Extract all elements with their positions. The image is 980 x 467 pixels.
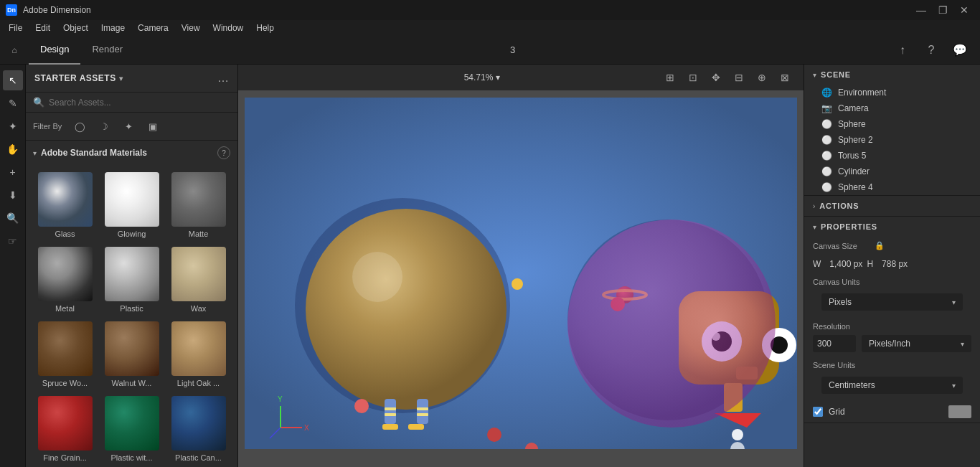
material-glass[interactable]: Glass xyxy=(32,168,98,242)
grid-checkbox[interactable] xyxy=(813,407,823,417)
material-plasticcan[interactable]: Plastic Can... xyxy=(165,392,232,466)
zoom-control[interactable]: 54.71% ▾ xyxy=(464,72,501,82)
canvas-tools: ⊞ ⊡ ✥ ⊟ ⊕ ⊠ xyxy=(660,67,795,88)
scene-svg: ᵔᴥᵔ xyxy=(245,98,797,449)
sphere2-label: Sphere 2 xyxy=(838,135,873,145)
menu-camera[interactable]: Camera xyxy=(132,22,174,34)
pan-tool-button[interactable]: ✋ xyxy=(3,139,23,159)
properties-section-header[interactable]: ▾ PROPERTIES xyxy=(804,217,980,237)
tab-design[interactable]: Design xyxy=(29,36,80,65)
scene-item-environment[interactable]: 🌐 Environment xyxy=(804,85,980,100)
filter-images-button[interactable]: ▣ xyxy=(143,117,162,136)
svg-point-11 xyxy=(487,428,501,442)
canvas-units-dropdown-icon: ▾ xyxy=(952,298,956,306)
magic-tool-button[interactable]: ✦ xyxy=(3,116,23,136)
search-button[interactable]: 🔍 xyxy=(3,208,23,228)
svg-rect-16 xyxy=(382,424,398,430)
help-button[interactable]: ? xyxy=(920,39,943,62)
material-glowing[interactable]: Glowing xyxy=(98,168,165,242)
sphere4-icon: ⚪ xyxy=(821,182,832,192)
canvas-viewport[interactable]: ᵔᴥᵔ xyxy=(245,98,797,449)
scene-section-header[interactable]: ▾ SCENE xyxy=(804,65,980,85)
material-finegrain[interactable]: Fine Grain... xyxy=(32,392,98,466)
material-lightoak-label: Light Oak ... xyxy=(177,379,220,387)
transform-button[interactable]: ⊡ xyxy=(683,67,703,88)
scene-units-dropdown[interactable]: Centimeters ▾ xyxy=(821,377,963,394)
add-tool-button[interactable]: + xyxy=(3,162,23,182)
rotate-button[interactable]: ⊟ xyxy=(729,67,749,88)
scene-item-camera[interactable]: 📷 Camera xyxy=(804,100,980,116)
properties-section: ▾ PROPERTIES Canvas Size 🔒 W 1,400 px H … xyxy=(804,217,980,423)
svg-rect-14 xyxy=(417,399,428,424)
canvas-units-dropdown[interactable]: Pixels ▾ xyxy=(821,293,963,311)
scene-units-dropdown-wrap: Centimeters ▾ xyxy=(804,377,980,401)
scene-item-sphere2[interactable]: ⚪ Sphere 2 xyxy=(804,132,980,148)
comment-button[interactable]: 💬 xyxy=(948,39,971,62)
material-lightoak[interactable]: Light Oak ... xyxy=(165,317,232,392)
grid-label: Grid xyxy=(829,407,943,417)
material-plastic[interactable]: Plastic xyxy=(98,242,165,317)
menu-image[interactable]: Image xyxy=(95,22,131,34)
hand-tool-button[interactable]: ☞ xyxy=(3,231,23,251)
grid-view-button[interactable]: ⊞ xyxy=(660,67,680,88)
menu-help[interactable]: Help xyxy=(250,22,280,34)
torus5-icon: ⚪ xyxy=(821,151,832,161)
home-button[interactable]: ⌂ xyxy=(0,36,29,65)
resolution-input-row: Pixels/Inch ▾ xyxy=(804,335,980,357)
scene-item-sphere[interactable]: ⚪ Sphere xyxy=(804,116,980,132)
grid-color-swatch[interactable] xyxy=(948,405,971,418)
material-metal-label: Metal xyxy=(55,304,75,313)
close-button[interactable]: ✕ xyxy=(954,3,974,17)
material-plasticcan-thumb xyxy=(171,396,226,451)
material-plasticwit-thumb xyxy=(105,396,159,451)
maximize-button[interactable]: ❐ xyxy=(933,3,953,17)
actions-section: › ACTIONS xyxy=(804,196,980,217)
menu-object[interactable]: Object xyxy=(57,22,94,34)
material-sprucewood[interactable]: Spruce Wo... xyxy=(32,317,98,392)
select-tool-button[interactable]: ↖ xyxy=(3,70,23,90)
search-icon: 🔍 xyxy=(33,97,44,108)
material-wax[interactable]: Wax xyxy=(165,242,232,317)
material-lightoak-thumb xyxy=(171,321,226,376)
filter-lights-button[interactable]: ☽ xyxy=(95,117,113,136)
panel-dropdown-icon[interactable]: ▾ xyxy=(119,75,123,82)
height-value[interactable]: 788 px xyxy=(882,259,908,269)
select-region-button[interactable]: ⊠ xyxy=(775,67,795,88)
paint-tool-button[interactable]: ✎ xyxy=(3,93,23,113)
scale-button[interactable]: ⊕ xyxy=(752,67,772,88)
category-header[interactable]: ▾ Adobe Standard Materials ? xyxy=(26,141,237,165)
resolution-input[interactable] xyxy=(813,335,856,352)
scene-item-torus5[interactable]: ⚪ Torus 5 xyxy=(804,148,980,164)
filter-materials-button[interactable]: ◯ xyxy=(70,117,89,136)
filter-env-button[interactable]: ✦ xyxy=(119,117,138,136)
resolution-unit-dropdown[interactable]: Pixels/Inch ▾ xyxy=(862,335,971,352)
material-glowing-thumb xyxy=(105,172,159,227)
menu-edit[interactable]: Edit xyxy=(29,22,56,34)
tab-render[interactable]: Render xyxy=(80,36,134,65)
actions-section-header[interactable]: › ACTIONS xyxy=(804,196,980,216)
menu-file[interactable]: File xyxy=(3,22,28,34)
canvas-units-label: Canvas Units xyxy=(813,278,870,286)
material-walnutwood[interactable]: Walnut W... xyxy=(98,317,165,392)
import-button[interactable]: ⬇ xyxy=(3,185,23,205)
height-label: H xyxy=(867,259,873,269)
move-button[interactable]: ✥ xyxy=(706,67,726,88)
canvas-units-dropdown-wrap: Pixels ▾ xyxy=(804,293,980,318)
menu-view[interactable]: View xyxy=(176,22,206,34)
material-metal[interactable]: Metal xyxy=(32,242,98,317)
scene-item-sphere4[interactable]: ⚪ Sphere 4 xyxy=(804,179,980,195)
minimize-button[interactable]: — xyxy=(911,3,931,17)
menu-window[interactable]: Window xyxy=(207,22,250,34)
search-input[interactable] xyxy=(49,98,230,108)
category-help-button[interactable]: ? xyxy=(217,146,230,159)
icon-bar: ↖ ✎ ✦ ✋ + ⬇ 🔍 ☞ xyxy=(0,65,26,467)
canvas-units-value: Pixels xyxy=(829,297,852,307)
material-plasticwit[interactable]: Plastic wit... xyxy=(98,392,165,466)
share-button[interactable]: ↑ xyxy=(891,39,914,62)
scene-item-cylinder[interactable]: ⚪ Cylinder xyxy=(804,164,980,179)
toolbar-right: ↑ ? 💬 xyxy=(891,39,980,62)
panel-menu-button[interactable]: … xyxy=(217,72,229,85)
material-matte[interactable]: Matte xyxy=(165,168,232,242)
lock-icon[interactable]: 🔒 xyxy=(875,241,885,250)
width-value[interactable]: 1,400 px xyxy=(829,259,862,269)
